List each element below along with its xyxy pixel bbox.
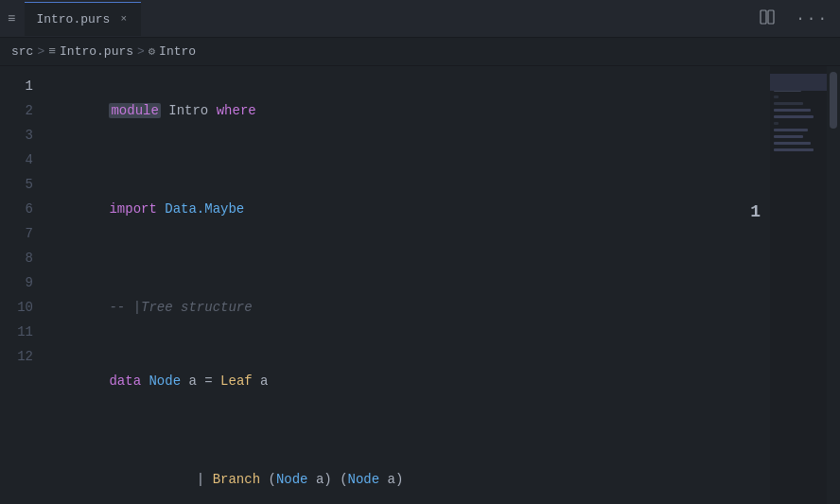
minimap: [770, 66, 827, 504]
code-text: [157, 201, 165, 217]
code-line-2: [52, 148, 770, 172]
module-name-intro: Intro: [168, 103, 208, 118]
breadcrumb-module-icon: ⚙: [149, 44, 155, 59]
pipe-sign: |: [197, 472, 213, 487]
code-text: [161, 103, 168, 118]
code-indent: [109, 472, 196, 487]
scrollbar-thumb[interactable]: [830, 72, 837, 129]
minimap-line-5: [774, 102, 803, 105]
breadcrumb-bar: src > ≡ Intro.purs > ⚙ Intro: [0, 38, 840, 66]
line-badge-1: 1: [750, 200, 761, 224]
code-text: [213, 374, 220, 389]
breadcrumb-file-icon: ≡: [48, 44, 56, 59]
line-number-11: 11: [0, 320, 43, 344]
title-bar: ≡ Intro.purs × ···: [0, 0, 840, 38]
breadcrumb-file[interactable]: Intro.purs: [60, 44, 133, 59]
line-number-6: 6: [0, 197, 43, 221]
split-editor-icon[interactable]: [756, 6, 779, 32]
code-area[interactable]: module Intro where import Data.Maybe -- …: [52, 66, 770, 504]
tab-close-button[interactable]: ×: [117, 12, 130, 26]
svg-rect-1: [768, 10, 774, 24]
minimap-line-9: [774, 129, 808, 131]
line-number-7: 7: [0, 221, 43, 246]
code-line-4: [52, 246, 770, 270]
keyword-import: import: [109, 201, 156, 217]
code-line-7: | Branch (Node a) (Node a): [52, 443, 770, 504]
active-tab[interactable]: Intro.purs ×: [25, 2, 141, 36]
line-number-5: 5: [0, 172, 43, 197]
breadcrumb-chevron-1: >: [37, 44, 44, 59]
code-text: [208, 103, 216, 118]
minimap-line-12: [774, 148, 814, 151]
keyword-where: where: [217, 103, 256, 118]
import-data-maybe: Data.Maybe: [165, 201, 244, 217]
code-text: [332, 472, 340, 487]
code-text: [379, 472, 387, 487]
type-node: Node: [149, 374, 181, 389]
line-number-12: 12: [0, 344, 43, 369]
code-text: [308, 472, 316, 487]
line-number-4: 4: [0, 148, 43, 172]
code-line-1: module Intro where: [52, 74, 770, 148]
keyword-data: data: [109, 374, 141, 389]
minimap-line-10: [774, 135, 803, 138]
var-a-leaf: a: [260, 374, 268, 389]
paren-open-2: (: [340, 472, 347, 487]
line-numbers: 1 2 3 4 5 6 7 8 9 10 11 12: [0, 66, 52, 504]
code-line-5: -- |Tree structure: [52, 270, 770, 344]
comment-tree: -- |Tree structure: [109, 300, 252, 315]
var-a-1: a: [188, 374, 196, 389]
type-node-branch-1: Node: [276, 472, 308, 487]
hamburger-icon[interactable]: ≡: [8, 11, 15, 26]
editor-area[interactable]: 1 2 3 4 5 6 7 8 9 10 11 12 module Intro …: [0, 66, 840, 504]
minimap-line-7: [774, 115, 814, 118]
scrollbar-track[interactable]: [827, 66, 840, 504]
more-actions-icon[interactable]: ···: [792, 7, 832, 31]
var-a-branch-2: a: [388, 472, 395, 487]
title-bar-actions: ···: [756, 6, 832, 32]
code-text: [197, 374, 204, 389]
svg-rect-0: [761, 10, 766, 24]
paren-close-2: ): [395, 472, 403, 487]
minimap-line-8: [774, 122, 779, 125]
breadcrumb-module[interactable]: Intro: [159, 44, 196, 59]
breadcrumb-chevron-2: >: [137, 44, 145, 59]
line-number-1: 1: [0, 74, 43, 98]
line-number-8: 8: [0, 246, 43, 270]
line-number-9: 9: [0, 270, 43, 295]
paren-open-1: (: [268, 472, 275, 487]
keyword-module: module: [109, 103, 160, 118]
minimap-line-11: [774, 142, 811, 145]
code-text: [253, 374, 260, 389]
code-line-3: import Data.Maybe: [52, 172, 770, 246]
minimap-line-6: [774, 109, 811, 112]
minimap-highlight: [770, 74, 827, 91]
breadcrumb-src[interactable]: src: [11, 44, 33, 59]
ctor-branch: Branch: [213, 472, 260, 487]
minimap-line-4: [774, 96, 779, 98]
ctor-leaf: Leaf: [220, 374, 253, 389]
equals-sign: =: [204, 374, 212, 389]
line-number-10: 10: [0, 295, 43, 320]
paren-close-1: ): [324, 472, 331, 487]
tab-filename: Intro.purs: [36, 12, 110, 26]
code-line-6: data Node a = Leaf a 1: [52, 344, 770, 443]
line-number-3: 3: [0, 123, 43, 148]
type-node-branch-2: Node: [348, 472, 380, 487]
line-number-2: 2: [0, 98, 43, 123]
